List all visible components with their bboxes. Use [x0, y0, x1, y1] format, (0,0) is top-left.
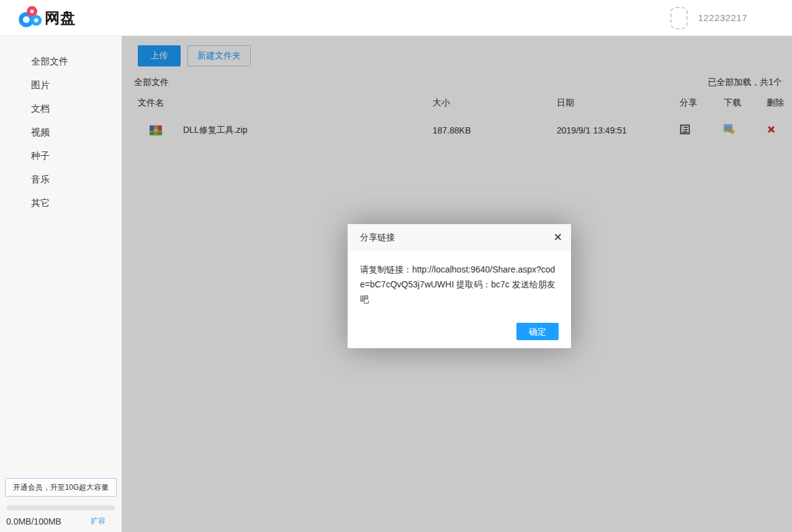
app-logo[interactable]: 网盘: [19, 5, 76, 30]
modal-header: 分享链接 ✕: [348, 224, 571, 250]
storage-usage-label: 0.0MB/100MB: [6, 516, 61, 526]
sidebar-item-others[interactable]: 其它: [0, 191, 122, 215]
user-avatar-broken-image-icon[interactable]: [670, 7, 688, 29]
storage-progress-bar: [7, 505, 115, 510]
modal-title: 分享链接: [360, 232, 395, 242]
netdisk-logo-icon: [19, 5, 42, 30]
sidebar: 全部文件 图片 文档 视频 种子 音乐 其它 开通会员，升至10G超大容量 0.…: [0, 36, 122, 532]
main-content: 上传 新建文件夹 全部文件 已全部加载，共1个 文件名 大小 日期 分享 下载 …: [122, 36, 792, 532]
sidebar-item-torrents[interactable]: 种子: [0, 144, 122, 168]
share-link-text: 请复制链接：http://localhost:9640/Share.aspx?c…: [348, 250, 571, 323]
sidebar-item-images[interactable]: 图片: [0, 73, 122, 97]
app-title: 网盘: [45, 8, 76, 28]
close-icon[interactable]: ✕: [554, 224, 562, 250]
sidebar-item-videos[interactable]: 视频: [0, 120, 122, 144]
user-area: 122232217: [670, 7, 773, 29]
app-header: 网盘 122232217: [0, 0, 792, 36]
sidebar-item-all-files[interactable]: 全部文件: [0, 50, 122, 73]
app-shell: 全部文件 图片 文档 视频 种子 音乐 其它 开通会员，升至10G超大容量 0.…: [0, 36, 792, 532]
share-link-modal: 分享链接 ✕ 请复制链接：http://localhost:9640/Share…: [348, 224, 571, 348]
sidebar-nav: 全部文件 图片 文档 视频 种子 音乐 其它: [0, 36, 122, 215]
confirm-button[interactable]: 确定: [516, 323, 559, 340]
upgrade-member-button[interactable]: 开通会员，升至10G超大容量: [5, 478, 117, 497]
modal-footer: 确定: [348, 323, 571, 348]
expand-storage-link[interactable]: 扩容: [91, 516, 106, 526]
sidebar-item-documents[interactable]: 文档: [0, 97, 122, 120]
sidebar-item-music[interactable]: 音乐: [0, 168, 122, 191]
username: 122232217: [698, 12, 747, 23]
sidebar-storage-panel: 开通会员，升至10G超大容量 0.0MB/100MB 扩容: [0, 478, 122, 532]
